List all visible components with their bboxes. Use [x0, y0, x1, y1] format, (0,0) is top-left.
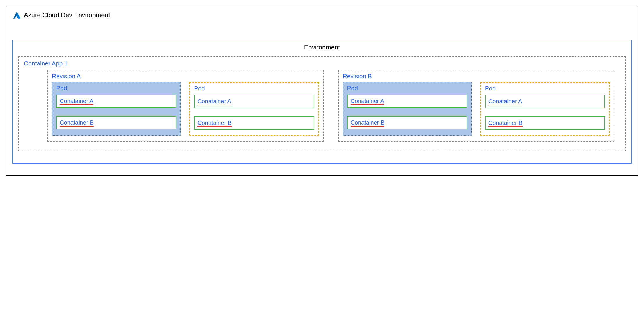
container-box: Conatainer A: [485, 95, 605, 108]
revision-a-pod-1: Pod Conatainer A Conatainer B: [52, 82, 181, 136]
pod-title: Pod: [485, 85, 605, 92]
pod-title: Pod: [194, 85, 314, 92]
revision-b-pods-row: Pod Conatainer A Conatainer B Pod Co: [343, 82, 610, 136]
revision-b: Revision B Pod Conatainer A Conatainer B: [338, 70, 615, 142]
cloud-title-row: Azure Cloud Dev Environment: [12, 11, 632, 19]
container-link[interactable]: Conatainer B: [351, 119, 385, 127]
azure-icon: [12, 11, 22, 19]
revision-a-pods-row: Pod Conatainer A Conatainer B Pod Co: [52, 82, 319, 136]
container-box: Conatainer A: [347, 95, 467, 108]
revision-a: Revision A Pod Conatainer A Conatainer B: [47, 70, 324, 142]
revision-a-title: Revision A: [52, 73, 319, 80]
azure-cloud-dev-environment: Azure Cloud Dev Environment Environment …: [6, 6, 638, 176]
cloud-title-text: Azure Cloud Dev Environment: [24, 11, 110, 19]
container-link[interactable]: Conatainer A: [351, 97, 384, 105]
container-box: Conatainer B: [485, 116, 605, 130]
container-link[interactable]: Conatainer B: [488, 119, 523, 127]
container-box: Conatainer A: [56, 95, 176, 108]
container-app-title: Container App 1: [24, 60, 620, 67]
environment-title: Environment: [18, 44, 626, 51]
container-app-box: Container App 1 Revision A Pod Conataine…: [18, 56, 626, 151]
container-link[interactable]: Conatainer A: [488, 98, 522, 105]
revision-b-pod-1: Pod Conatainer A Conatainer B: [343, 82, 472, 136]
container-link[interactable]: Conatainer A: [197, 98, 231, 105]
container-box: Conatainer B: [194, 116, 314, 130]
revisions-row: Revision A Pod Conatainer A Conatainer B: [24, 70, 620, 142]
container-box: Conatainer B: [56, 116, 176, 129]
container-link[interactable]: Conatainer B: [197, 119, 232, 127]
container-link[interactable]: Conatainer A: [60, 97, 93, 105]
revision-a-pod-2: Pod Conatainer A Conatainer B: [189, 82, 319, 136]
container-box: Conatainer B: [347, 116, 467, 129]
revision-b-pod-2: Pod Conatainer A Conatainer B: [480, 82, 610, 136]
pod-title: Pod: [56, 85, 176, 92]
revision-b-title: Revision B: [343, 73, 610, 80]
container-box: Conatainer A: [194, 95, 314, 108]
environment-box: Environment Container App 1 Revision A P…: [12, 40, 632, 164]
pod-title: Pod: [347, 85, 467, 92]
container-link[interactable]: Conatainer B: [60, 119, 94, 127]
